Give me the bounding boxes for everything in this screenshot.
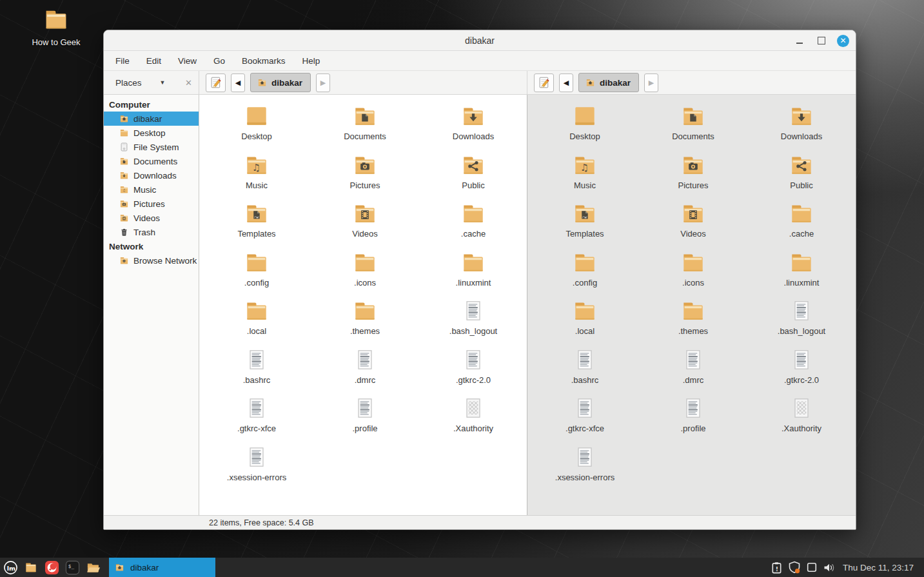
files-launcher-icon[interactable] bbox=[23, 559, 39, 576]
minimize-icon[interactable] bbox=[793, 34, 806, 47]
menu-item[interactable]: Edit bbox=[146, 56, 161, 66]
close-sidebar-icon[interactable]: ✕ bbox=[185, 78, 192, 88]
sidebar-item[interactable]: Browse Network bbox=[104, 253, 199, 268]
edit-path-button[interactable] bbox=[206, 73, 226, 92]
firewall-shield-icon[interactable] bbox=[788, 561, 801, 574]
places-selector[interactable]: Places ▼ ✕ bbox=[104, 71, 199, 94]
clock[interactable]: Thu Dec 11, 23:17 bbox=[840, 563, 919, 572]
file-item[interactable]: .linuxmint bbox=[419, 249, 527, 298]
workspaces-icon[interactable] bbox=[805, 561, 818, 574]
sidebar-item[interactable]: dibakar bbox=[104, 112, 199, 126]
file-item[interactable]: .Xauthority bbox=[419, 395, 527, 444]
path-button-home[interactable]: dibakar bbox=[250, 73, 311, 92]
file-item[interactable]: Videos bbox=[311, 200, 419, 249]
volume-icon[interactable] bbox=[823, 561, 836, 574]
file-item[interactable]: .icons bbox=[639, 249, 747, 298]
maximize-icon[interactable] bbox=[815, 34, 828, 47]
file-item[interactable]: .gtkrc-xfce bbox=[531, 395, 639, 444]
taskbar: dibakar Thu Dec 11, 23:17 bbox=[0, 558, 924, 577]
folder-pics-icon bbox=[350, 152, 380, 179]
sidebar-item[interactable]: Music bbox=[104, 182, 199, 197]
update-manager-icon[interactable] bbox=[771, 561, 783, 574]
sidebar-item[interactable]: Desktop bbox=[104, 126, 199, 140]
path-button-home[interactable]: dibakar bbox=[578, 73, 639, 92]
file-item[interactable]: .profile bbox=[639, 395, 747, 444]
file-item[interactable]: .config bbox=[531, 249, 639, 298]
file-item[interactable]: .Xauthority bbox=[747, 395, 856, 444]
file-item[interactable]: .gtkrc-2.0 bbox=[419, 346, 527, 395]
desktop-shortcut-how-to-geek[interactable]: How to Geek bbox=[18, 5, 94, 47]
file-item[interactable]: .linuxmint bbox=[747, 249, 856, 298]
file-item[interactable]: Desktop bbox=[531, 103, 639, 152]
file-name: .bashrc bbox=[243, 375, 271, 385]
file-name: Pictures bbox=[678, 181, 709, 190]
terminal-icon[interactable] bbox=[64, 559, 81, 576]
file-item[interactable]: .dmrc bbox=[639, 346, 747, 395]
titlebar[interactable]: dibakar ✕ bbox=[104, 30, 856, 51]
file-item[interactable]: .bash_logout bbox=[419, 297, 527, 346]
sidebar-item[interactable]: Documents bbox=[104, 154, 199, 168]
file-item[interactable]: .themes bbox=[639, 297, 747, 346]
file-item[interactable]: Music bbox=[531, 152, 639, 200]
sidebar-item[interactable]: Downloads bbox=[104, 168, 199, 182]
file-item[interactable]: .gtkrc-2.0 bbox=[747, 346, 856, 395]
file-item[interactable]: Downloads bbox=[419, 103, 527, 152]
file-name: Downloads bbox=[781, 132, 822, 141]
file-item[interactable]: .bashrc bbox=[531, 346, 639, 395]
file-item[interactable]: Music bbox=[202, 152, 311, 200]
file-item[interactable]: .config bbox=[202, 249, 311, 298]
scroll-path-right-button[interactable]: ▶ bbox=[316, 73, 330, 92]
edit-path-button[interactable] bbox=[534, 73, 554, 92]
file-item[interactable]: .profile bbox=[311, 395, 419, 444]
file-item[interactable]: .icons bbox=[311, 249, 419, 298]
file-item[interactable]: .xsession-errors bbox=[531, 444, 639, 493]
left-file-pane[interactable]: Desktop Documents Downloads bbox=[199, 95, 527, 515]
sidebar-item[interactable]: Pictures bbox=[104, 197, 199, 211]
menu-item[interactable]: View bbox=[178, 56, 197, 66]
chevron-down-icon: ▼ bbox=[160, 79, 166, 86]
file-name: Documents bbox=[344, 132, 386, 141]
file-item[interactable]: Pictures bbox=[639, 152, 747, 200]
menu-item[interactable]: Help bbox=[302, 56, 320, 66]
file-item[interactable]: .dmrc bbox=[311, 346, 419, 395]
scroll-path-left-button[interactable]: ◀ bbox=[231, 73, 245, 92]
file-item[interactable]: .local bbox=[202, 297, 311, 346]
file-item[interactable]: .xsession-errors bbox=[202, 444, 311, 493]
file-item[interactable]: Pictures bbox=[311, 152, 419, 200]
file-item[interactable]: .local bbox=[531, 297, 639, 346]
file-item[interactable]: Public bbox=[747, 152, 856, 200]
file-item[interactable]: Templates bbox=[531, 200, 639, 249]
sidebar-item[interactable]: Videos bbox=[104, 211, 199, 225]
menu-item[interactable]: Go bbox=[213, 56, 225, 66]
right-file-pane[interactable]: Desktop Documents Downloads bbox=[527, 95, 856, 515]
file-item[interactable]: Desktop bbox=[202, 103, 311, 152]
file-item[interactable]: Downloads bbox=[747, 103, 856, 152]
taskbar-window-button[interactable]: dibakar bbox=[109, 558, 215, 577]
file-item[interactable]: Templates bbox=[202, 200, 311, 249]
places-label: Places bbox=[115, 78, 142, 88]
file-item[interactable]: .cache bbox=[747, 200, 856, 249]
file-manager-icon[interactable] bbox=[84, 559, 101, 576]
file-item[interactable]: Public bbox=[419, 152, 527, 200]
file-item[interactable]: Documents bbox=[311, 103, 419, 152]
textfile-icon bbox=[787, 297, 816, 324]
binfile-icon bbox=[458, 395, 488, 422]
menu-item[interactable]: File bbox=[115, 56, 130, 66]
file-item[interactable]: .bash_logout bbox=[747, 297, 856, 346]
file-item[interactable]: Documents bbox=[639, 103, 747, 152]
scroll-path-right-button[interactable]: ▶ bbox=[644, 73, 658, 92]
close-icon[interactable]: ✕ bbox=[837, 35, 849, 47]
file-name: .linuxmint bbox=[784, 278, 820, 288]
firefox-icon[interactable] bbox=[43, 559, 60, 576]
file-item[interactable]: .themes bbox=[311, 297, 419, 346]
file-item[interactable]: Videos bbox=[639, 200, 747, 249]
file-item[interactable]: .bashrc bbox=[202, 346, 311, 395]
desktop-shortcut-label: How to Geek bbox=[32, 37, 80, 47]
file-item[interactable]: .gtkrc-xfce bbox=[202, 395, 311, 444]
sidebar-item[interactable]: Trash bbox=[104, 225, 199, 239]
scroll-path-left-button[interactable]: ◀ bbox=[559, 73, 573, 92]
sidebar-item[interactable]: File System bbox=[104, 140, 199, 154]
mint-menu-icon[interactable] bbox=[2, 559, 19, 576]
file-item[interactable]: .cache bbox=[419, 200, 527, 249]
menu-item[interactable]: Bookmarks bbox=[242, 56, 286, 66]
